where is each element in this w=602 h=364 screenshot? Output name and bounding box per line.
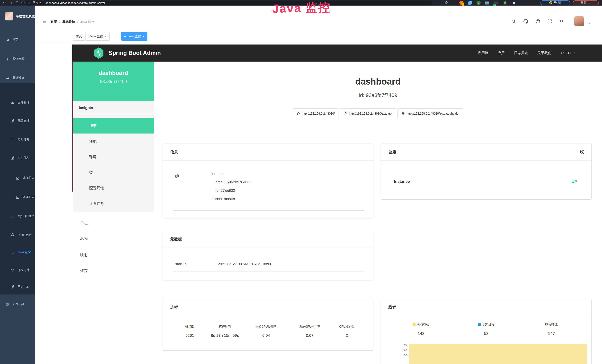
sidebar-item-trace[interactable]: 链路追踪 (0, 265, 35, 275)
chevron-down-icon (30, 303, 32, 305)
history-icon[interactable] (579, 149, 585, 155)
help-icon[interactable] (536, 19, 540, 24)
info-git-value: commit: time: 1596289704000 id: 27aa832 … (210, 170, 252, 203)
sidebar-item-log-center[interactable]: 日志中心 (0, 282, 35, 292)
extension-icon-5[interactable]: on (494, 1, 498, 5)
annotation-text: Java 监控 (272, 0, 331, 17)
sba-locale-select[interactable]: zh-CN (561, 51, 571, 55)
sba-nav: 应用墙 应用 日志报表 关于我们 zh-CN (478, 44, 577, 62)
instance-name: dashboard (73, 62, 154, 76)
health-row-label: Instance (394, 179, 410, 184)
sba-menu-logs[interactable]: 日志 (73, 215, 154, 231)
metadata-value: 2021-04-27T00:44:31.254+08:00 (218, 262, 272, 266)
bookmark-star-icon[interactable] (445, 1, 448, 5)
sidebar-item-mysql-monitor[interactable]: MySQL 监控 (0, 211, 35, 221)
browser-menu-icon[interactable]: ⋮ (588, 1, 591, 4)
breadcrumb-home[interactable]: 首页 (51, 20, 57, 24)
sidebar-item-dev-tools[interactable]: 研发工具 (0, 299, 35, 309)
sidebar-item-system[interactable]: 系统管理 (0, 54, 35, 64)
service-url-button[interactable]: http://192.168.0.2:48080/ (293, 108, 339, 119)
card-metadata: 元数据 startup 2021-04-27T00:44:31.254+08:0… (163, 231, 373, 280)
github-icon[interactable] (523, 19, 528, 24)
wrench-icon (344, 112, 347, 115)
sba-menu-scheduled-tasks[interactable]: 计划任务 (73, 196, 154, 211)
sba-menu-mappings[interactable]: 映射 (73, 247, 154, 263)
sidebar-item-api-log[interactable]: API 日志 (0, 153, 35, 163)
sba-menu-environment[interactable]: 环境 (73, 149, 154, 165)
close-icon[interactable]: × (143, 35, 144, 38)
sba-nav-wallboard[interactable]: 应用墙 (478, 51, 488, 55)
sba-menu-config-props[interactable]: 配置属性 (73, 180, 154, 196)
health-url-button[interactable]: http://192.168.0.2:48080/actuator/health (398, 108, 463, 119)
text-size-icon[interactable]: тT (559, 19, 564, 23)
close-icon[interactable]: × (105, 35, 107, 38)
extension-badge: 1 (462, 3, 464, 6)
sba-brand-title[interactable]: Spring Boot Admin (109, 44, 161, 62)
instance-page-title: dashboard (154, 76, 602, 86)
tab-home[interactable]: 首页 (73, 32, 85, 41)
extension-icon-6[interactable] (503, 1, 507, 5)
extension-icon-1[interactable]: 1 (459, 1, 463, 5)
breadcrumb-infrastructure[interactable]: 基础设施 (63, 20, 75, 24)
card-metadata-title: 元数据 (163, 231, 373, 248)
card-health: 健康 Instance UP (381, 144, 591, 199)
security-label[interactable]: 不安全 (33, 1, 41, 5)
avatar-caret-icon[interactable] (588, 23, 591, 25)
sba-menu-classes[interactable]: 类 (73, 165, 154, 180)
sidebar-item-scheduled-task[interactable]: 定时任务 (0, 134, 35, 145)
dashboard-icon (6, 38, 9, 42)
page-url[interactable]: dashboard.yudao.iocoder.cn/infra/admin-s… (45, 1, 105, 4)
tab-redis-monitor[interactable]: Redis 监控 × (86, 32, 109, 41)
fullscreen-icon[interactable] (547, 19, 552, 24)
search-icon[interactable] (511, 19, 516, 24)
screenshot-root: 不安全 dashboard.yudao.iocoder.cn/infra/adm… (0, 0, 602, 364)
tab-java-monitor[interactable]: Java 监控 × (121, 32, 147, 41)
extensions-puzzle-icon[interactable] (512, 1, 516, 5)
extension-icon-3[interactable]: V (476, 1, 481, 5)
extension-icon-4[interactable] (485, 1, 489, 5)
sidebar-item-access-log[interactable]: 访问日志 (0, 173, 35, 183)
threads-legend: 活动线程 143 守护进程 53 线程峰值 147 (388, 322, 584, 336)
sba-nav-applications[interactable]: 应用 (498, 51, 505, 55)
sidebar-item-infrastructure[interactable]: 基础设施 (0, 73, 35, 83)
app-logo-row[interactable]: 芋道管理系统 (0, 11, 35, 22)
sidebar-item-error-log[interactable]: 错误日志 (0, 192, 35, 202)
sba-instance-header[interactable]: dashboard 93a3fc7f7409 (73, 62, 154, 101)
sidebar-item-home[interactable]: 首页 (0, 35, 35, 45)
briefcase-icon (6, 302, 9, 306)
sba-menu-jvm[interactable]: JVM (73, 231, 154, 247)
sba-menu-details[interactable]: 细节 (73, 118, 154, 134)
sba-menu-caches[interactable]: 缓存 (73, 263, 154, 278)
browser-forward-icon[interactable] (9, 1, 13, 5)
extension-icon-2[interactable] (468, 1, 472, 5)
locale-caret-icon[interactable] (574, 52, 577, 54)
address-bar[interactable]: 不安全 dashboard.yudao.iocoder.cn/infra/adm… (26, 0, 432, 5)
sba-nav-journal[interactable]: 日志报表 (514, 51, 528, 55)
y-axis-tick: 100 (396, 353, 407, 357)
browser-home-icon[interactable] (21, 1, 25, 5)
edit-icon (11, 119, 14, 123)
legend-live-threads: 活动线程 143 (388, 322, 454, 336)
user-avatar[interactable] (574, 16, 584, 26)
sba-menu-metrics[interactable]: 性能 (73, 134, 154, 149)
log-edit-icon (16, 176, 20, 180)
browser-reload-icon[interactable] (15, 1, 19, 5)
divider (73, 114, 154, 114)
cloud-upload-icon (11, 101, 14, 104)
spring-boot-admin-logo (94, 47, 104, 59)
sidebar-collapse-icon[interactable] (42, 19, 47, 24)
sidebar-item-config-manage[interactable]: 配置管理 (0, 116, 35, 126)
browser-back-icon[interactable] (3, 1, 6, 5)
process-table: 进程ID 5261 运行时间 6d 23h 15m 59s 进程CPU使用率 0… (174, 325, 362, 338)
sidebar-item-file-manage[interactable]: 文件管理 (0, 97, 35, 108)
actuator-url-button[interactable]: http://192.168.0.2:48080/actuator (340, 108, 397, 119)
legend-swatch-blue (478, 323, 481, 326)
sidebar-item-redis-monitor[interactable]: Redis 监控 (0, 230, 35, 240)
browser-update-button[interactable]: 更新 ⋮ (573, 0, 599, 5)
chevron-down-icon (30, 58, 32, 60)
sidebar-item-java-monitor[interactable]: Java 监控 (0, 247, 35, 257)
row-divider (173, 271, 364, 271)
browser-profile-chip[interactable]: 已暂停 (540, 0, 570, 5)
instance-page-id: Id: 93a3fc7f7409 (154, 92, 602, 98)
sba-nav-about[interactable]: 关于我们 (537, 51, 551, 55)
